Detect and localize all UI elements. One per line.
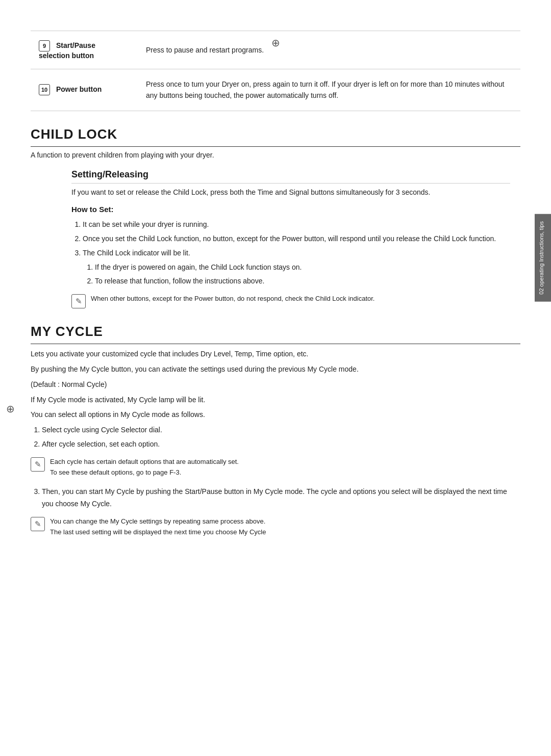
side-tab-label: 02 operating Instructions, tips [538, 221, 544, 295]
my-cycle-step3-list: Then, you can start My Cycle by pushing … [42, 486, 520, 510]
my-cycle-section: MY CYCLE Lets you activate your customiz… [31, 324, 520, 537]
child-lock-title: CHILD LOCK [31, 126, 520, 147]
setting-releasing-title: Setting/Releasing [71, 169, 510, 184]
side-tab: 02 operating Instructions, tips [535, 214, 551, 302]
note-text: When other buttons, except for the Power… [91, 294, 374, 304]
table-row: 10 Power button Press once to turn your … [31, 69, 520, 111]
list-item: After cycle selection, set each option. [42, 438, 520, 451]
child-lock-note: ✎ When other buttons, except for the Pow… [71, 294, 510, 308]
my-cycle-steps: Select cycle using Cycle Selector dial. … [42, 424, 520, 451]
start-pause-description: Press to pause and restart programs. [138, 31, 520, 69]
button-label-cell-power: 10 Power button [31, 69, 138, 111]
my-cycle-note-1: ✎ Each cycle has certain default options… [31, 457, 520, 478]
reg-mark-left-icon: ⊕ [6, 403, 15, 415]
how-to-set-list: It can be set while your dryer is runnin… [83, 219, 510, 288]
note-text-2: You can change the My Cycle settings by … [50, 516, 266, 538]
main-content: 9 Start/Pauseselection button Press to p… [31, 31, 520, 538]
setting-releasing-subsection: Setting/Releasing If you want to set or … [71, 169, 510, 308]
power-button-label: Power button [56, 85, 102, 93]
list-item: It can be set while your dryer is runnin… [83, 219, 510, 231]
note-icon: ✎ [71, 294, 86, 308]
my-cycle-title: MY CYCLE [31, 324, 520, 344]
my-cycle-intro-1: Lets you activate your customized cycle … [31, 348, 520, 360]
reg-mark-top-icon: ⊕ [271, 37, 280, 49]
list-item: Then, you can start My Cycle by pushing … [42, 486, 520, 510]
page: ⊕ ⊕ 02 operating Instructions, tips 9 St… [0, 31, 551, 756]
button-number-10: 10 [39, 84, 50, 95]
setting-releasing-intro: If you want to set or release the Child … [71, 187, 510, 198]
my-cycle-intro-3: (Default : Normal Cycle) [31, 379, 520, 391]
my-cycle-intro-2: By pushing the My Cycle button, you can … [31, 363, 520, 376]
list-item: Select cycle using Cycle Selector dial. [42, 424, 520, 436]
power-button-description: Press once to turn your Dryer on, press … [138, 69, 520, 111]
my-cycle-intro-4: If My Cycle mode is activated, My Cycle … [31, 394, 520, 406]
child-lock-section: CHILD LOCK A function to prevent childre… [31, 126, 520, 308]
note-icon: ✎ [31, 517, 45, 531]
nested-list: If the dryer is powered on again, the Ch… [95, 262, 510, 288]
how-to-set-title: How to Set: [71, 205, 510, 214]
list-item: Once you set the Child Lock function, no… [83, 233, 510, 245]
note-icon: ✎ [31, 457, 45, 472]
child-lock-intro: A function to prevent children from play… [31, 151, 520, 159]
button-number-9: 9 [39, 40, 50, 51]
button-label-cell: 9 Start/Pauseselection button [31, 31, 138, 69]
my-cycle-intro-5: You can select all options in My Cycle m… [31, 409, 520, 421]
list-item: If the dryer is powered on again, the Ch… [95, 262, 510, 274]
list-item: The Child Lock indicator will be lit. If… [83, 247, 510, 288]
note-text-1: Each cycle has certain default options t… [50, 457, 239, 478]
list-item: To release that function, follow the ins… [95, 275, 510, 288]
my-cycle-note-2: ✎ You can change the My Cycle settings b… [31, 516, 520, 538]
